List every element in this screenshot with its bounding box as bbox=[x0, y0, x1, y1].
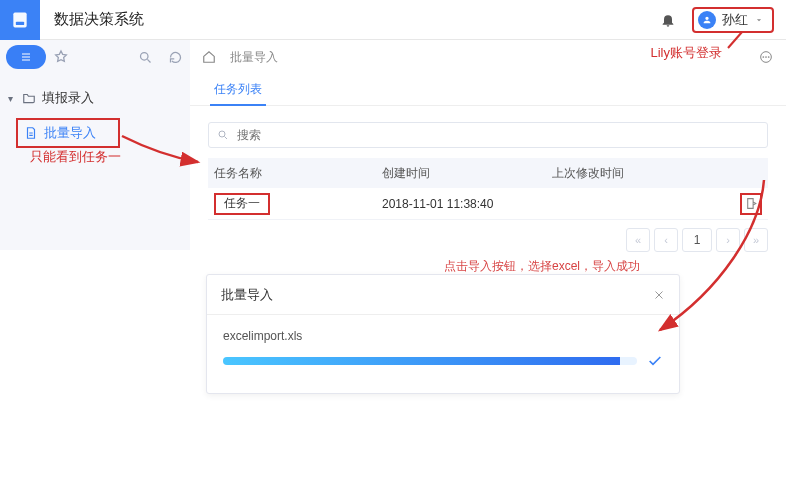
sidebar-toolbar bbox=[0, 40, 190, 74]
th-name: 任务名称 bbox=[214, 165, 382, 182]
tree-root-label: 填报录入 bbox=[42, 89, 94, 107]
annotation-login: Lily账号登录 bbox=[650, 44, 722, 62]
modal-title: 批量导入 bbox=[221, 286, 273, 304]
tab-task-list[interactable]: 任务列表 bbox=[210, 74, 266, 106]
export-button[interactable] bbox=[740, 193, 762, 215]
sidebar-search-button[interactable] bbox=[130, 50, 160, 65]
folder-icon bbox=[22, 91, 36, 105]
sidebar-refresh-button[interactable] bbox=[160, 50, 190, 65]
svg-point-5 bbox=[765, 56, 767, 58]
crumb-label: 批量导入 bbox=[230, 49, 278, 66]
page-first[interactable]: « bbox=[626, 228, 650, 252]
svg-point-2 bbox=[140, 52, 148, 60]
cell-created: 2018-11-01 11:38:40 bbox=[382, 197, 552, 211]
export-icon bbox=[745, 197, 758, 210]
svg-rect-1 bbox=[16, 21, 24, 24]
user-name: 孙红 bbox=[722, 11, 748, 29]
sidebar-item-label: 批量导入 bbox=[44, 124, 96, 142]
import-modal: 批量导入 excelimport.xls bbox=[206, 274, 680, 394]
main-panel: 批量导入 任务列表 任务名称 创建时间 上次修改时间 任务一 bbox=[190, 40, 786, 250]
home-icon[interactable] bbox=[202, 50, 216, 64]
app-title: 数据决策系统 bbox=[54, 10, 144, 29]
svg-point-6 bbox=[768, 56, 770, 58]
chevron-down-icon: ▾ bbox=[8, 93, 22, 104]
refresh-icon bbox=[168, 50, 183, 65]
user-icon bbox=[702, 15, 712, 25]
page-last[interactable]: » bbox=[744, 228, 768, 252]
table-header: 任务名称 创建时间 上次修改时间 bbox=[208, 158, 768, 188]
upload-filename: excelimport.xls bbox=[223, 329, 663, 343]
page-input[interactable] bbox=[682, 228, 712, 252]
close-icon bbox=[653, 289, 665, 301]
logo-icon bbox=[10, 10, 30, 30]
star-icon bbox=[53, 49, 69, 65]
app-window: 数据决策系统 孙红 bbox=[0, 0, 786, 250]
sidebar: ▾ 填报录入 批量导入 bbox=[0, 40, 190, 250]
content: 任务名称 创建时间 上次修改时间 任务一 2018-11-01 11:38:40… bbox=[190, 106, 786, 220]
nav-tree: ▾ 填报录入 批量导入 bbox=[0, 74, 190, 148]
search-input[interactable] bbox=[235, 127, 759, 143]
modal-close-button[interactable] bbox=[653, 289, 665, 301]
th-modified: 上次修改时间 bbox=[552, 165, 736, 182]
sidebar-item-bulk-import[interactable]: 批量导入 bbox=[16, 118, 120, 148]
progress-row bbox=[223, 353, 663, 369]
tab-bar: 任务列表 bbox=[190, 74, 786, 106]
favorites-button[interactable] bbox=[46, 49, 76, 65]
cell-task-name: 任务一 bbox=[214, 193, 270, 215]
table-row[interactable]: 任务一 2018-11-01 11:38:40 bbox=[208, 188, 768, 220]
page-next[interactable]: › bbox=[716, 228, 740, 252]
modal-header: 批量导入 bbox=[207, 275, 679, 315]
list-icon bbox=[18, 51, 34, 63]
titlebar: 数据决策系统 孙红 bbox=[0, 0, 786, 40]
user-menu[interactable]: 孙红 bbox=[692, 7, 774, 33]
app-logo bbox=[0, 0, 40, 40]
tree-root[interactable]: ▾ 填报录入 bbox=[8, 84, 190, 112]
bell-icon bbox=[660, 12, 676, 28]
svg-point-4 bbox=[762, 56, 764, 58]
search-icon bbox=[217, 129, 229, 141]
th-created: 创建时间 bbox=[382, 165, 552, 182]
search-box[interactable] bbox=[208, 122, 768, 148]
document-icon bbox=[24, 126, 38, 140]
page-prev[interactable]: ‹ bbox=[654, 228, 678, 252]
annotation-only-task1: 只能看到任务一 bbox=[30, 148, 121, 166]
list-view-toggle[interactable] bbox=[6, 45, 46, 69]
svg-rect-0 bbox=[13, 12, 26, 27]
chevron-down-icon bbox=[754, 15, 764, 25]
check-icon bbox=[647, 353, 663, 369]
notifications-button[interactable] bbox=[644, 12, 692, 28]
progress-bar bbox=[223, 357, 637, 365]
more-icon[interactable] bbox=[758, 49, 774, 65]
search-icon bbox=[138, 50, 153, 65]
pagination: « ‹ › » bbox=[626, 228, 768, 252]
modal-body: excelimport.xls bbox=[207, 315, 679, 369]
avatar bbox=[698, 11, 716, 29]
svg-point-7 bbox=[219, 131, 225, 137]
progress-fill bbox=[223, 357, 620, 365]
annotation-modal-hint: 点击导入按钮，选择excel，导入成功 bbox=[444, 258, 640, 275]
